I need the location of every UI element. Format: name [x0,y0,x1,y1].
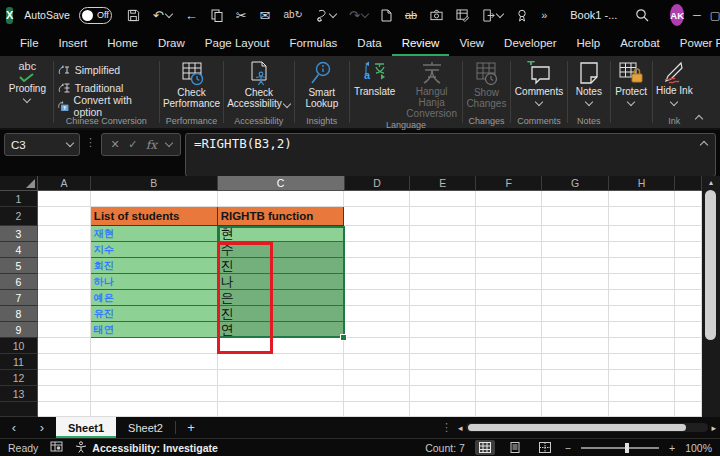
col-header-E[interactable]: E [410,176,476,191]
cell-F1[interactable] [476,191,542,207]
cell-G8[interactable] [542,306,609,322]
cell-C13[interactable] [218,386,345,402]
cell-C8[interactable]: 진 [218,306,345,322]
row-header-12[interactable]: 12 [0,370,38,386]
search-icon[interactable] [635,8,649,22]
zoom-slider[interactable] [581,447,659,449]
cell-E1[interactable] [410,191,476,207]
cell-E9[interactable] [410,322,476,338]
cell-I7[interactable] [675,290,702,306]
scroll-left-icon[interactable]: ◂ [458,423,463,433]
cell-B6[interactable]: 하나 [91,274,218,290]
accessibility-status[interactable]: Accessibility: Investigate [92,442,217,454]
cell-F9[interactable] [476,322,542,338]
insert-function-icon[interactable]: fx [146,138,157,152]
col-header-partial[interactable] [675,176,702,191]
cell-H9[interactable] [609,322,675,338]
cell-I8[interactable] [675,306,702,322]
cell-I2[interactable] [675,207,702,226]
cell-C3[interactable]: 현 [218,226,345,242]
cell-F10[interactable] [476,338,542,354]
collapse-formula-bar-icon[interactable] [700,141,708,149]
cell-F12[interactable] [476,370,542,386]
cell-C14[interactable] [218,402,345,417]
cell-E14[interactable] [410,402,476,417]
cell-G6[interactable] [542,274,609,290]
tab-acrobat[interactable]: Acrobat [610,30,670,56]
zoom-out-button[interactable]: − [565,442,571,454]
cell-G13[interactable] [542,386,609,402]
protect-button[interactable]: Protect [612,60,650,106]
page-break-view-icon[interactable] [535,440,555,455]
cell-A1[interactable] [38,191,91,207]
cell-G12[interactable] [542,370,609,386]
replace-icon[interactable]: ab↻ [283,10,303,20]
cell-B4[interactable]: 지수 [91,242,218,258]
cell-C4[interactable]: 수 [218,242,345,258]
cell-B7[interactable]: 예은 [91,290,218,306]
cell-C2[interactable]: RIGHTB function [218,207,345,226]
cell-F8[interactable] [476,306,542,322]
lasso-select-icon[interactable] [316,9,336,22]
col-header-G[interactable]: G [542,176,609,191]
tab-draw[interactable]: Draw [148,30,195,56]
cell-F14[interactable] [476,402,542,417]
cell-I14[interactable] [675,402,702,417]
cell-F11[interactable] [476,354,542,370]
cell-H10[interactable] [609,338,675,354]
col-header-F[interactable]: F [476,176,542,191]
row-header-2[interactable]: 2 [0,207,38,226]
comments-ribbon-button[interactable]: Comments [512,60,566,106]
save-icon[interactable] [127,9,140,22]
check-performance-button[interactable]: Check Performance [160,60,223,110]
strikethrough-icon[interactable]: ab [405,10,417,21]
autosave-toggle[interactable]: Off [79,7,112,24]
cell-A7[interactable] [38,290,91,306]
cell-A9[interactable] [38,322,91,338]
cell-C7[interactable]: 은 [218,290,345,306]
cell-D13[interactable] [344,386,410,402]
row-header-partial[interactable] [0,402,38,417]
cell-A14[interactable] [38,402,91,417]
cell-A5[interactable] [38,258,91,274]
redo-icon[interactable]: ↷ [349,9,368,22]
cell-A4[interactable] [38,242,91,258]
row-header-5[interactable]: 5 [0,258,38,274]
cell-B2[interactable]: List of students [91,207,218,226]
cell-H1[interactable] [609,191,675,207]
horizontal-scroll-thumb[interactable] [468,424,686,431]
cell-A10[interactable] [38,338,91,354]
prev-sheet-icon[interactable]: ‹ [0,417,28,438]
cell-D1[interactable] [344,191,410,207]
row-header-4[interactable]: 4 [0,242,38,258]
tab-help[interactable]: Help [567,30,611,56]
cell-H11[interactable] [609,354,675,370]
more-commands-icon[interactable]: » [541,10,547,21]
avatar[interactable]: AK [670,4,684,26]
cell-C1[interactable] [218,191,345,207]
row-header-3[interactable]: 3 [0,226,38,242]
macro-record-icon[interactable] [50,441,63,454]
cell-E2[interactable] [410,207,476,226]
hide-ink-button[interactable]: Hide Ink [653,60,696,108]
cell-D3[interactable] [344,226,410,242]
proofing-button[interactable]: abc Proofing [6,60,49,103]
tab-page-layout[interactable]: Page Layout [195,30,280,56]
cell-H3[interactable] [609,226,675,242]
cell-D2[interactable] [344,207,410,226]
cell-F3[interactable] [476,226,542,242]
accessibility-checker-icon[interactable] [75,441,87,455]
tab-view[interactable]: View [449,30,494,56]
cell-G2[interactable] [542,207,609,226]
cell-B11[interactable] [91,354,218,370]
cell-C11[interactable] [218,354,345,370]
cell-H7[interactable] [609,290,675,306]
col-header-C[interactable]: C [218,176,345,191]
notes-button[interactable]: Notes [573,60,605,106]
simplified-button[interactable]: Simplified [54,61,159,78]
undo-icon[interactable]: ↶ [153,9,172,22]
scroll-up-icon[interactable]: ▴ [702,176,720,189]
cell-I11[interactable] [675,354,702,370]
row-header-13[interactable]: 13 [0,386,38,402]
col-header-D[interactable]: D [345,176,411,191]
